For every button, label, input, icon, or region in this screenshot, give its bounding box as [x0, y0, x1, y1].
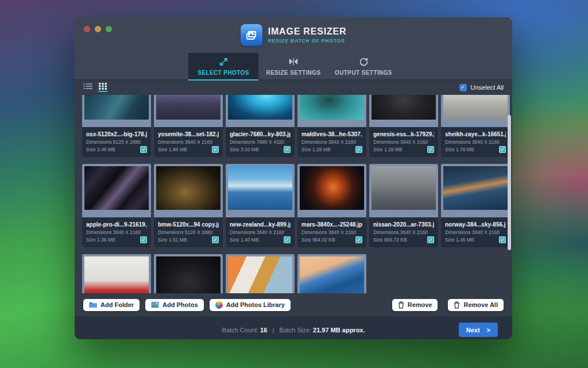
photo-dimensions: Dimensions 3840 X 2160 [301, 139, 362, 145]
photo-filename: osx-5120x2...-big-178.jpeg [86, 131, 147, 137]
photo-selected-checkbox[interactable]: ✓ [140, 236, 147, 243]
photo-thumbnail [228, 166, 292, 210]
photo-thumbnail [300, 256, 364, 293]
photo-thumbnail [156, 166, 220, 210]
photo-thumbnail [300, 166, 364, 210]
remove-button[interactable]: Remove [392, 299, 438, 311]
photo-card[interactable]: apple-pro-di...9-21619.jpeg Dimensions 3… [82, 164, 151, 247]
add-photos-library-button[interactable]: Add Photos Library [210, 299, 291, 311]
photo-selected-checkbox[interactable]: ✓ [355, 236, 362, 243]
photo-card[interactable]: sheikh-zaye...k-16651.jpeg Dimensions 38… [441, 95, 510, 157]
photo-card[interactable]: norway-384...sky-856.jpeg Dimensions 384… [441, 164, 510, 247]
trash-icon [454, 301, 460, 309]
photo-info: sheikh-zaye...k-16651.jpeg Dimensions 38… [441, 127, 510, 157]
add-folder-button[interactable]: Add Folder [83, 299, 140, 311]
photo-card[interactable]: osx-5120x2...-big-178.jpeg Dimensions 51… [82, 95, 151, 157]
tab-label: RESIZE SETTINGS [266, 70, 321, 76]
app-brand: IMAGE RESIZER RESIZE BATCH OF PHOTOS [75, 17, 512, 46]
batch-status: Batch Count: 16 | Batch Size: 21.97 MB a… [222, 327, 365, 334]
next-button[interactable]: Next > [459, 323, 498, 337]
refresh-output-icon [359, 56, 369, 67]
photo-size: Size 1.36 MB [86, 237, 115, 243]
app-logo-icon [241, 24, 262, 46]
photo-size: Size 1.86 MB [158, 147, 187, 152]
photo-selected-checkbox[interactable]: ✓ [427, 236, 434, 243]
photo-size: Size 1.51 MB [158, 237, 187, 243]
status-separator: | [272, 327, 274, 334]
photo-selected-checkbox[interactable]: ✓ [499, 146, 506, 153]
photo-dimensions: Dimensions 3840 X 2160 [158, 139, 219, 145]
tab-output-settings[interactable]: OUTPUT SETTINGS [328, 53, 399, 79]
unselect-all-control[interactable]: ✓ Unselect All [459, 84, 504, 91]
photo-dimensions: Dimensions 3840 X 2160 [373, 229, 434, 235]
photo-size: Size 964.02 KB [301, 237, 335, 243]
photo-selected-checkbox[interactable]: ✓ [284, 236, 291, 243]
photo-selected-checkbox[interactable]: ✓ [212, 236, 219, 243]
photo-dimensions: Dimensions 3840 X 2160 [373, 139, 434, 145]
photo-thumbnail [84, 166, 149, 210]
tab-label: SELECT PHOTOS [198, 70, 249, 76]
next-arrow-icon: > [487, 327, 490, 334]
photo-card[interactable]: ✓ [226, 254, 295, 293]
photo-filename: apple-pro-di...9-21619.jpeg [86, 221, 147, 228]
photo-selected-checkbox[interactable]: ✓ [427, 146, 434, 153]
photo-selected-checkbox[interactable]: ✓ [212, 146, 219, 153]
zoom-window-button[interactable] [106, 26, 112, 32]
photo-card[interactable]: ✓ [82, 254, 151, 293]
vertical-scrollbar[interactable] [508, 115, 511, 250]
close-window-button[interactable] [84, 26, 90, 32]
photo-filename: genesis-ess...k-17929.jpeg [373, 131, 434, 137]
photo-size: Size 3.10 MB [230, 147, 259, 152]
action-buttons-row: Add Folder Add Photos Add Photos Library [75, 293, 512, 316]
list-view-button[interactable] [83, 83, 92, 92]
tab-label: OUTPUT SETTINGS [335, 70, 392, 76]
app-window: IMAGE RESIZER RESIZE BATCH OF PHOTOS SEL… [75, 17, 512, 339]
photo-card[interactable]: maldives-38...he-5307.jpeg Dimensions 38… [297, 95, 366, 157]
photo-info: norway-384...sky-856.jpeg Dimensions 384… [441, 217, 510, 247]
photo-card[interactable]: new-zealand...ky-899.jpeg Dimensions 384… [226, 164, 295, 247]
tab-select-photos[interactable]: SELECT PHOTOS [188, 53, 258, 80]
photo-dimensions: Dimensions 5120 X 2880 [158, 229, 219, 235]
photo-size: Size 1.78 MB [445, 147, 474, 152]
remove-all-label: Remove All [463, 301, 498, 308]
photo-dimensions: Dimensions 3840 X 2160 [86, 229, 147, 235]
photo-grid: osx-5120x2...-big-178.jpeg Dimensions 51… [82, 95, 510, 293]
photo-card[interactable]: genesis-ess...k-17929.jpeg Dimensions 38… [369, 95, 438, 157]
photo-card[interactable]: yosemite-38...set-182.jpeg Dimensions 38… [154, 95, 223, 157]
photo-size: Size 666.72 KB [373, 237, 407, 243]
add-folder-label: Add Folder [100, 301, 134, 308]
photo-selected-checkbox[interactable]: ✓ [355, 146, 362, 153]
tab-resize-settings[interactable]: RESIZE SETTINGS [258, 53, 328, 79]
photo-size: Size 1.28 MB [373, 147, 403, 152]
photo-selected-checkbox[interactable]: ✓ [284, 146, 291, 153]
photo-card[interactable]: ✓ [154, 254, 223, 293]
photo-card[interactable]: glacier-7680...ky-803.jpeg Dimensions 76… [226, 95, 295, 157]
photo-dimensions: Dimensions 3840 X 2160 [445, 139, 506, 145]
photo-info: new-zealand...ky-899.jpeg Dimensions 384… [226, 217, 295, 247]
photo-selected-checkbox[interactable]: ✓ [140, 146, 147, 153]
photo-size: Size 1.40 MB [230, 237, 259, 243]
add-photos-library-label: Add Photos Library [226, 301, 285, 308]
photo-filename: nissan-2020...ar-7303.jpeg [373, 221, 434, 228]
minimize-window-button[interactable] [95, 26, 101, 32]
remove-label: Remove [408, 301, 432, 308]
photo-info: genesis-ess...k-17929.jpeg Dimensions 38… [369, 127, 438, 157]
photo-dimensions: Dimensions 5120 X 2880 [86, 139, 147, 145]
photo-card[interactable]: nissan-2020...ar-7303.jpeg Dimensions 38… [369, 164, 438, 247]
photo-info: glacier-7680...ky-803.jpeg Dimensions 76… [226, 127, 295, 157]
photos-library-icon [215, 301, 223, 309]
add-photos-button[interactable]: Add Photos [145, 299, 204, 311]
photo-card[interactable]: mars-3840x...-25248.jpeg Dimensions 3840… [297, 164, 366, 247]
photo-info: osx-5120x2...-big-178.jpeg Dimensions 51… [82, 127, 151, 157]
photo-thumbnail [228, 95, 292, 120]
unselect-all-checkbox[interactable]: ✓ [459, 84, 467, 91]
photo-card[interactable]: ✓ [297, 254, 366, 293]
photo-filename: maldives-38...he-5307.jpeg [301, 131, 362, 137]
photo-card[interactable]: bmw-5120x...94 copy.jpeg Dimensions 5120… [154, 164, 223, 247]
photo-thumbnail [156, 95, 220, 120]
photo-filename: mars-3840x...-25248.jpeg [301, 221, 362, 228]
photo-selected-checkbox[interactable]: ✓ [499, 236, 506, 243]
remove-all-button[interactable]: Remove All [448, 299, 504, 311]
photo-thumbnail [228, 256, 292, 293]
grid-view-button[interactable] [98, 83, 107, 92]
